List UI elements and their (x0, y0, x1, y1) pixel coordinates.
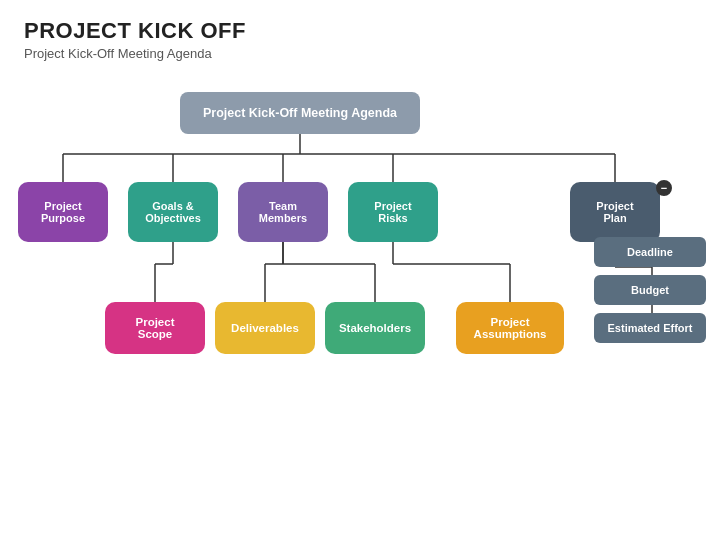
collapse-button[interactable]: − (656, 180, 672, 196)
root-node: Project Kick-Off Meeting Agenda (180, 92, 420, 134)
node-project-scope[interactable]: ProjectScope (105, 302, 205, 354)
node-budget[interactable]: Budget (594, 275, 706, 305)
node-deadline[interactable]: Deadline (594, 237, 706, 267)
node-estimated-effort[interactable]: Estimated Effort (594, 313, 706, 343)
node-project-risks[interactable]: ProjectRisks (348, 182, 438, 242)
node-team-members[interactable]: TeamMembers (238, 182, 328, 242)
main-title: PROJECT KICK OFF (24, 18, 696, 44)
diagram: Project Kick-Off Meeting Agenda ProjectP… (0, 72, 720, 532)
header: PROJECT KICK OFF Project Kick-Off Meetin… (0, 0, 720, 67)
node-deliverables[interactable]: Deliverables (215, 302, 315, 354)
node-stakeholders[interactable]: Stakeholders (325, 302, 425, 354)
node-project-assumptions[interactable]: ProjectAssumptions (456, 302, 564, 354)
node-project-plan[interactable]: ProjectPlan (570, 182, 660, 242)
node-project-purpose[interactable]: ProjectPurpose (18, 182, 108, 242)
node-goals-objectives[interactable]: Goals &Objectives (128, 182, 218, 242)
sub-title: Project Kick-Off Meeting Agenda (24, 46, 696, 61)
